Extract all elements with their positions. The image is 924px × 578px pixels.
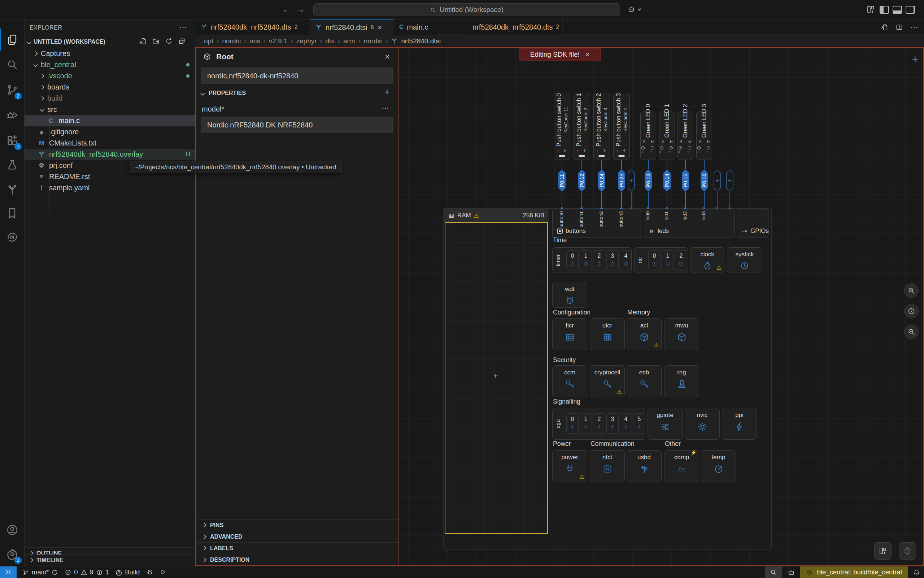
node-green-led-2[interactable]: Green LED 2 01 (678, 112, 693, 160)
pin-p0-25[interactable]: P0.25 (618, 169, 625, 192)
node-ccm[interactable]: ccm (552, 365, 587, 397)
node-timer-group[interactable]: timer 0 1 2 3 4 (552, 247, 632, 273)
rtc-0[interactable]: 0 (648, 250, 660, 270)
activity-bookmarks[interactable] (0, 202, 24, 224)
pin-p0-13[interactable]: P0.13 (645, 169, 652, 192)
tree-item-overlay[interactable]: nrf52840dk_nrf52840.overlay U (24, 149, 195, 160)
tab-nrf52840dk-dts-1[interactable]: nrf52840dk_nrf52840.dts 2 (195, 19, 310, 35)
explorer-more-icon[interactable]: ⋯ (179, 23, 187, 32)
close-icon[interactable]: × (585, 50, 589, 58)
node-ppi[interactable]: ppi (722, 408, 757, 440)
breadcrumb-item[interactable]: nordic (364, 37, 383, 45)
timeline-section[interactable]: TIMELINE (24, 554, 195, 566)
branch-status[interactable]: main* (23, 568, 58, 576)
node-nfct[interactable]: nfct (590, 450, 625, 482)
node-egu-group[interactable]: egu 0 1 2 3 4 5 (552, 408, 645, 440)
advanced-section[interactable]: ADVANCED (196, 531, 398, 542)
open-changes-icon[interactable] (881, 23, 888, 31)
node-power[interactable]: power⚠ (552, 450, 587, 482)
split-editor-icon[interactable] (895, 23, 903, 31)
properties-section-header[interactable]: PROPERTIES (201, 90, 246, 96)
tree-item-cmakelists[interactable]: M CMakeLists.txt (24, 138, 195, 149)
node-push-button-3[interactable]: Push button switch 3KeyCode: 4 ↑ (613, 93, 630, 160)
pin-p0-24[interactable]: P0.24 (598, 169, 605, 192)
pin-p0-15[interactable]: P0.15 (682, 169, 689, 192)
zoom-in-button[interactable] (904, 283, 919, 298)
zoom-out-button[interactable] (904, 325, 919, 339)
rtc-2[interactable]: 2 (675, 250, 687, 270)
timer-1[interactable]: 1 (580, 250, 592, 270)
tree-item-build[interactable]: build (24, 93, 195, 104)
node-push-button-1[interactable]: Push button switch 1KeyCode: 2 ↑ (574, 93, 590, 160)
node-green-led-1[interactable]: Green LED 1 01 (659, 112, 675, 160)
close-icon[interactable]: × (385, 52, 390, 62)
pin-p0-11[interactable]: P0.11 (558, 169, 566, 192)
egu-2[interactable]: 2 (593, 413, 605, 434)
toggle-sidebar-icon[interactable] (880, 6, 889, 14)
node-push-button-2[interactable]: Push button switch 2KeyCode: 3 ↑ (593, 93, 610, 160)
tab-nrf52840-dtsi[interactable]: nrf52840.dtsi 6 × (310, 19, 394, 35)
refresh-icon[interactable] (165, 37, 172, 45)
node-nvic[interactable]: nvic (685, 408, 720, 440)
egu-5[interactable]: 5 (633, 413, 645, 434)
build-config-button[interactable]: ble_central: build/ble_central (800, 567, 908, 578)
node-uicr[interactable]: uicr (590, 318, 625, 350)
tree-item-ble-central[interactable]: ble_central (24, 59, 195, 70)
node-temp[interactable]: temp (701, 450, 736, 482)
node-green-led-0[interactable]: Green LED 0 01 (640, 112, 656, 160)
notifications-bell[interactable] (913, 568, 921, 576)
pins-section[interactable]: PINS (196, 519, 398, 531)
activity-extensions[interactable]: 1 (0, 129, 24, 152)
collapse-all-icon[interactable] (178, 37, 185, 45)
activity-settings[interactable]: 1 (0, 543, 24, 565)
breadcrumb-item[interactable]: arm (343, 37, 355, 45)
tab-main-c[interactable]: C main.c (394, 19, 437, 35)
new-folder-icon[interactable] (152, 37, 159, 45)
activity-nrf-connect[interactable] (0, 226, 24, 248)
ram-node-header[interactable]: RAM ⚠ 256 KiB (444, 209, 549, 222)
node-systick[interactable]: systick (727, 247, 762, 273)
tree-item-gitignore[interactable]: ◈ .gitignore (24, 127, 195, 138)
node-rtc-group[interactable]: rtc 0 1 2 (634, 247, 688, 273)
node-clock[interactable]: clock ⚠ (690, 247, 725, 273)
rtc-1[interactable]: 1 (661, 250, 674, 270)
node-wdt[interactable]: wdt (552, 282, 587, 308)
breadcrumb-item[interactable]: zephyr (296, 37, 317, 45)
description-section[interactable]: DESCRIPTION (196, 554, 398, 565)
toggle-secondary-sidebar-icon[interactable] (906, 6, 915, 14)
copilot-status[interactable] (787, 568, 795, 576)
new-file-icon[interactable] (139, 37, 146, 45)
node-push-button-0[interactable]: Push button switch 0KeyCode: 11 ↑ (554, 93, 570, 160)
node-usbd[interactable]: usbd (627, 450, 661, 482)
node-mwu[interactable]: mwu (664, 318, 699, 350)
timer-4[interactable]: 4 (620, 250, 632, 270)
customize-layout-icon[interactable] (866, 5, 875, 14)
command-center[interactable]: Untitled (Workspace) (313, 3, 620, 16)
activity-explorer[interactable] (0, 29, 24, 51)
node-gpiote[interactable]: gpiote (647, 408, 682, 440)
toggle-panel-icon[interactable] (893, 6, 902, 14)
build-button[interactable]: Build (115, 568, 140, 576)
close-icon[interactable]: × (378, 23, 382, 32)
tab-nrf52840dk-dts-2[interactable]: nrf52840dk_nrf52840.dts 2 (464, 19, 563, 35)
pin-p0-16[interactable]: P0.16 (700, 169, 708, 192)
debug-status-button[interactable] (146, 568, 153, 576)
center-view-button[interactable] (899, 542, 916, 560)
node-gpios[interactable]: GPIOs (737, 209, 768, 238)
timer-0[interactable]: 0 (566, 250, 579, 270)
pin-empty[interactable]: + (726, 169, 733, 192)
breadcrumb-item[interactable]: dts (326, 37, 335, 45)
tree-item-main-c[interactable]: C main.c (24, 115, 195, 127)
node-acl[interactable]: acl⚠ (627, 318, 661, 350)
add-property-icon[interactable]: + (384, 86, 390, 97)
breadcrumb-item[interactable]: v2.9.1 (269, 37, 288, 45)
copilot-chevron-icon[interactable] (638, 5, 641, 11)
breadcrumb-file[interactable]: nrf52840.dtsi (401, 37, 441, 45)
canvas-add-icon[interactable]: + (912, 53, 918, 65)
status-search-button[interactable] (765, 567, 782, 578)
pin-p0-12[interactable]: P0.12 (578, 169, 585, 192)
nav-back-icon[interactable]: ← (282, 4, 291, 15)
remote-indicator[interactable] (0, 567, 16, 578)
layout-toggle-button[interactable] (874, 542, 892, 560)
devicetree-canvas[interactable]: Editing SDK file! × + RAM ⚠ 256 KiB + P (399, 48, 923, 565)
